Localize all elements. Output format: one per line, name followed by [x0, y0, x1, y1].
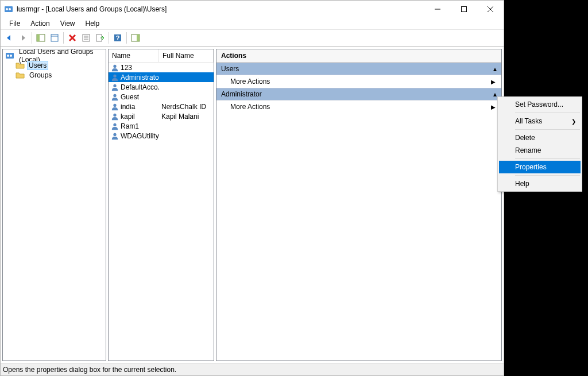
show-hide-action-pane-button[interactable]	[129, 32, 142, 44]
list-row[interactable]: 123	[109, 63, 214, 72]
tree-root[interactable]: Local Users and Groups (Local)	[4, 51, 105, 60]
horizontal-scrollbar[interactable]	[109, 351, 214, 361]
cell-name-text: Ram1	[121, 122, 139, 130]
cell-name-text: DefaultAcco...	[121, 83, 159, 91]
ctx-all-tasks[interactable]: All Tasks ❯	[499, 115, 581, 127]
menu-action[interactable]: Action	[25, 18, 55, 29]
users-groups-icon	[5, 51, 14, 60]
statusbar: Opens the properties dialog box for the …	[1, 363, 504, 375]
actions-more-admin[interactable]: More Actions ▶	[216, 100, 501, 113]
context-menu: Set Password... All Tasks ❯ Delete Renam…	[497, 96, 582, 192]
svg-point-24	[113, 74, 116, 77]
window-controls	[424, 1, 504, 18]
ctx-set-password-label: Set Password...	[515, 100, 563, 108]
cell-name: DefaultAcco...	[109, 83, 159, 91]
submenu-arrow-icon: ▶	[491, 104, 496, 110]
list-pane: Name Full Name 123AdministratorDefaultAc…	[108, 49, 214, 361]
minimize-button[interactable]	[424, 1, 451, 18]
list-row[interactable]: WDAGUtility...	[109, 131, 214, 141]
column-header-fullname[interactable]: Full Name	[159, 49, 214, 62]
ctx-set-password[interactable]: Set Password...	[499, 98, 581, 111]
svg-point-30	[113, 133, 116, 135]
cell-name: india	[109, 103, 159, 111]
menu-separator	[515, 129, 580, 130]
list-row[interactable]: indiaNerdsChalk ID	[109, 102, 214, 111]
list-row[interactable]: Administrator	[109, 72, 214, 82]
svg-point-27	[113, 103, 116, 106]
statusbar-text: Opens the properties dialog box for the …	[3, 366, 176, 374]
main-window: lusrmgr - [Local Users and Groups (Local…	[0, 0, 504, 376]
ctx-delete-label: Delete	[515, 134, 535, 142]
cell-name: Administrator	[109, 73, 159, 82]
svg-rect-4	[462, 7, 467, 12]
actions-section-admin[interactable]: Administrator ▴	[216, 88, 501, 100]
toolbar-separator	[126, 32, 127, 44]
ctx-rename[interactable]: Rename	[499, 144, 581, 157]
cell-name-text: 123	[121, 64, 132, 72]
cell-name-text: Administrator	[121, 73, 159, 82]
list-row[interactable]: Ram1	[109, 121, 214, 131]
ctx-help-label: Help	[515, 180, 529, 188]
list-row[interactable]: kapilKapil Malani	[109, 111, 214, 121]
menu-file[interactable]: File	[4, 18, 25, 29]
user-icon	[111, 64, 119, 72]
folder-icon	[16, 61, 25, 70]
folder-icon	[16, 71, 25, 80]
window-title: lusrmgr - [Local Users and Groups (Local…	[17, 5, 424, 13]
tree-pane: Local Users and Groups (Local) Users Gro…	[2, 49, 106, 361]
forward-button[interactable]	[17, 32, 29, 44]
svg-rect-9	[51, 34, 58, 41]
svg-point-29	[113, 123, 116, 126]
svg-point-26	[113, 94, 116, 96]
column-header-name[interactable]: Name	[109, 49, 159, 62]
svg-point-25	[113, 84, 116, 87]
tree-item-groups[interactable]: Groups	[4, 70, 105, 80]
menu-view[interactable]: View	[55, 18, 80, 29]
svg-text:?: ?	[116, 34, 120, 41]
ctx-properties[interactable]: Properties	[499, 161, 581, 173]
user-icon	[111, 103, 119, 111]
cell-name-text: kapil	[121, 113, 135, 121]
list-row[interactable]: Guest	[109, 92, 214, 102]
properties-sheet-button[interactable]	[80, 32, 92, 44]
actions-more-users[interactable]: More Actions ▶	[216, 75, 501, 88]
menubar: File Action View Help	[1, 18, 504, 29]
maximize-button[interactable]	[451, 1, 477, 18]
properties-button[interactable]	[48, 32, 61, 44]
cell-fullname: NerdsChalk ID	[159, 103, 214, 111]
svg-rect-19	[137, 34, 140, 41]
svg-rect-8	[37, 34, 40, 41]
user-icon	[111, 113, 119, 121]
titlebar: lusrmgr - [Local Users and Groups (Local…	[1, 1, 504, 18]
close-button[interactable]	[477, 1, 504, 18]
list-body: 123AdministratorDefaultAcco...Guestindia…	[109, 63, 214, 351]
ctx-delete[interactable]: Delete	[499, 131, 581, 144]
user-icon	[111, 132, 119, 140]
help-button[interactable]: ?	[111, 32, 124, 44]
chevron-up-icon: ▴	[493, 65, 497, 73]
user-icon	[111, 122, 119, 130]
cell-name: Ram1	[109, 122, 159, 130]
export-button[interactable]	[94, 32, 106, 44]
submenu-arrow-icon: ▶	[491, 79, 496, 85]
list-header: Name Full Name	[109, 49, 214, 63]
actions-section-admin-label: Administrator	[221, 90, 262, 98]
menu-help[interactable]: Help	[80, 18, 105, 29]
show-hide-tree-button[interactable]	[34, 32, 47, 44]
menu-separator	[515, 113, 580, 113]
user-icon	[111, 83, 119, 91]
actions-pane: Actions Users ▴ More Actions ▶ Administr…	[216, 49, 502, 361]
cell-name-text: WDAGUtility...	[121, 132, 159, 140]
user-icon	[111, 73, 119, 82]
ctx-all-tasks-label: All Tasks	[515, 117, 542, 125]
back-button[interactable]	[3, 32, 16, 44]
toolbar: ?	[1, 29, 504, 46]
user-icon	[111, 93, 119, 101]
svg-point-2	[9, 8, 11, 10]
list-row[interactable]: DefaultAcco...	[109, 82, 214, 92]
actions-more-label: More Actions	[230, 77, 270, 86]
ctx-help[interactable]: Help	[499, 177, 581, 190]
actions-section-users[interactable]: Users ▴	[216, 63, 501, 75]
delete-button[interactable]	[66, 32, 79, 44]
content-area: Local Users and Groups (Local) Users Gro…	[1, 46, 504, 363]
